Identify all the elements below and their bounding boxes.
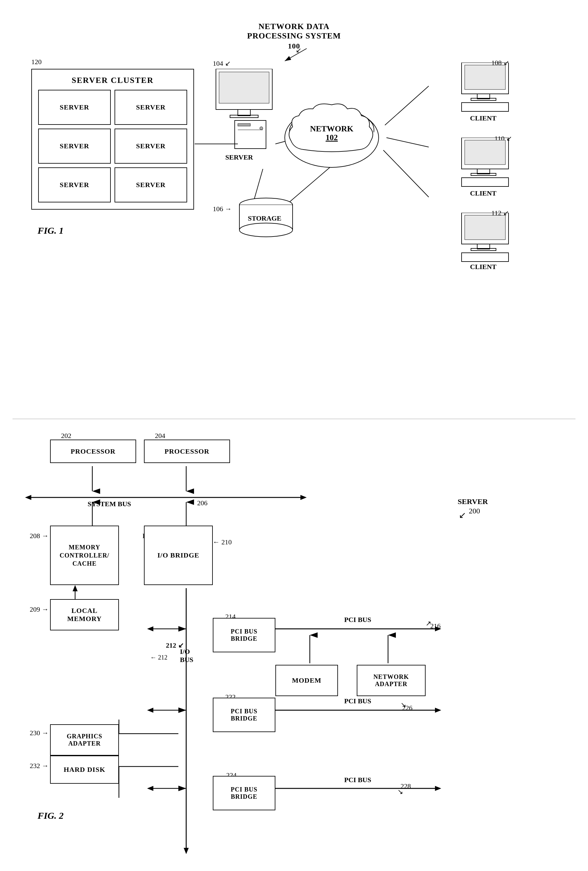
modem-box: MODEM xyxy=(275,665,338,696)
page: NETWORK DATA PROCESSING SYSTEM 100 xyxy=(0,0,588,871)
server-cluster-label: SERVER CLUSTER xyxy=(32,76,193,85)
pci-bridge-224-box: PCI BUSBRIDGE xyxy=(213,776,275,810)
svg-marker-78 xyxy=(147,786,153,791)
fig1-area: NETWORK DATA PROCESSING SYSTEM 100 xyxy=(12,12,576,419)
pci-bus-216-label: PCI BUS xyxy=(344,616,371,624)
fig1-label: FIG. 1 xyxy=(37,225,64,236)
ref-100-arrow: ↙ xyxy=(296,46,301,54)
pci-bus-216-arrow: ↗ xyxy=(426,620,431,628)
fig2-label: FIG. 2 xyxy=(37,810,64,821)
pci-bridge-214-box: PCI BUSBRIDGE xyxy=(213,618,275,652)
server-cell-5: SERVER xyxy=(38,168,111,202)
svg-marker-71 xyxy=(147,708,153,713)
fig2-area: SERVER 200 ↙ xyxy=(12,429,576,871)
mem-ctrl-box: MEMORYCONTROLLER/CACHE xyxy=(50,525,119,585)
svg-rect-41 xyxy=(462,178,509,187)
svg-text:NETWORK: NETWORK xyxy=(310,124,354,133)
svg-rect-46 xyxy=(462,253,509,262)
proc-202-ref: 202 xyxy=(61,432,71,440)
system-bus-ref: 206 xyxy=(197,499,208,507)
svg-rect-31 xyxy=(240,205,292,208)
system-bus-arrow-ref: ↙ xyxy=(189,497,195,506)
svg-rect-36 xyxy=(462,103,509,111)
svg-line-7 xyxy=(383,150,429,197)
pci-bus-226-arrow: ↘ xyxy=(401,701,406,709)
server-cell-3: SERVER xyxy=(38,129,111,164)
io-bus-ref-212: ← 212 xyxy=(150,654,168,661)
pci-bus-228-arrow: ↘ xyxy=(397,788,403,796)
fig2-svg xyxy=(12,429,576,871)
server-cluster-box: SERVER CLUSTER SERVER SERVER SERVER SERV… xyxy=(31,69,194,210)
fig1-title-ref: 100 xyxy=(12,42,576,50)
proc-204-ref: 204 xyxy=(155,432,165,440)
svg-marker-62 xyxy=(184,848,189,854)
processor-204-box: PROCESSOR xyxy=(144,440,230,463)
server-computer-svg xyxy=(213,69,282,150)
server-cluster-ref: 120 xyxy=(31,58,42,66)
pci-bus-226-label: PCI BUS xyxy=(344,697,371,705)
svg-marker-54 xyxy=(25,495,31,500)
io-bus-label: I/OBUS xyxy=(180,648,193,664)
svg-rect-15 xyxy=(238,124,250,126)
graphics-ref: 230 → xyxy=(30,729,49,737)
svg-line-5 xyxy=(385,86,429,125)
svg-line-6 xyxy=(386,138,429,147)
storage-ref-106: 106 → xyxy=(213,205,232,213)
graphics-box: GRAPHICSADAPTER xyxy=(50,724,119,756)
svg-text:102: 102 xyxy=(326,133,338,142)
svg-marker-60 xyxy=(73,585,78,591)
pci-bridge-222-box: PCI BUSBRIDGE xyxy=(213,698,275,732)
server-cell-2: SERVER xyxy=(115,90,187,125)
local-mem-ref: 209 → xyxy=(30,605,49,614)
io-bridge-num: ← 210 xyxy=(213,538,232,546)
client-108-label: CLIENT xyxy=(470,114,496,122)
system-bus-label: SYSTEM BUS xyxy=(88,500,131,508)
svg-point-30 xyxy=(239,223,293,237)
io-bridge-box: I/O BRIDGE xyxy=(144,525,213,585)
server-label-fig1: SERVER xyxy=(225,153,253,162)
net-adapter-box: NETWORKADAPTER xyxy=(357,665,426,696)
client-108-svg xyxy=(460,63,516,113)
pci-bus-216-ref: 216 xyxy=(430,622,441,630)
network-cloud-svg: NETWORK 102 xyxy=(282,103,382,172)
server-ref-104: 104 ↙ xyxy=(213,60,230,67)
server-cell-4: SERVER xyxy=(115,129,187,164)
client-110-svg xyxy=(460,138,516,188)
hard-disk-box: HARD DISK xyxy=(50,756,119,784)
pci-bus-228-label: PCI BUS xyxy=(344,776,371,784)
server-cell-1: SERVER xyxy=(38,90,111,125)
svg-rect-33 xyxy=(465,65,506,90)
client-112-svg xyxy=(460,213,516,263)
svg-rect-11 xyxy=(219,72,269,103)
local-mem-box: LOCALMEMORY xyxy=(50,599,119,630)
mem-ctrl-ref: 208 → xyxy=(30,532,49,540)
svg-marker-64 xyxy=(147,626,153,632)
client-112-label: CLIENT xyxy=(470,263,496,271)
fig1-title: NETWORK DATA PROCESSING SYSTEM 100 xyxy=(12,22,576,50)
svg-marker-74 xyxy=(435,708,441,713)
processor-202-box: PROCESSOR xyxy=(50,440,136,463)
server-grid: SERVER SERVER SERVER SERVER SERVER SERVE… xyxy=(38,90,187,202)
svg-rect-43 xyxy=(465,215,506,239)
svg-marker-55 xyxy=(301,495,307,500)
svg-marker-81 xyxy=(435,786,441,791)
svg-point-16 xyxy=(260,127,263,130)
hard-disk-ref: 232 → xyxy=(30,762,49,770)
svg-rect-38 xyxy=(465,140,506,165)
network-data-processing-label: NETWORK DATA PROCESSING SYSTEM xyxy=(12,22,576,41)
client-110-label: CLIENT xyxy=(470,189,496,198)
storage-label: STORAGE xyxy=(248,214,281,223)
server-cell-6: SERVER xyxy=(115,168,187,202)
